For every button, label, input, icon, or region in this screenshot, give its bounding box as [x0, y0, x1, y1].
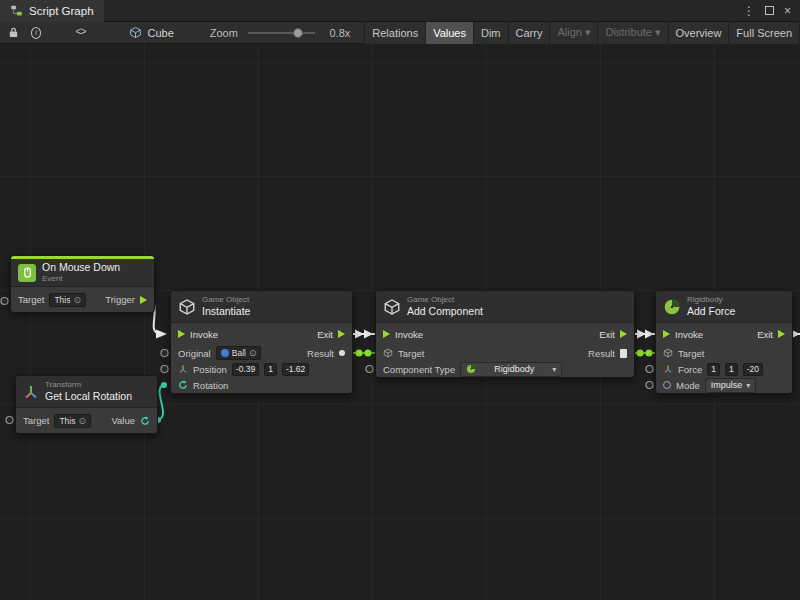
wire-endpoint [646, 350, 653, 357]
result-out-port[interactable] [339, 350, 345, 356]
position-y-field[interactable]: 1 [264, 363, 277, 376]
node-add-component[interactable]: Game Object Add Component Invoke Exit Ta… [375, 290, 635, 378]
wire-value-rotation [158, 385, 164, 420]
position-z-field[interactable]: -1.62 [282, 363, 309, 376]
force-x-field[interactable]: 1 [707, 363, 720, 376]
tab-script-graph[interactable]: Script Graph [0, 0, 104, 22]
object-picker-icon[interactable]: ⊙ [73, 294, 81, 306]
wire-endpoint [637, 350, 644, 357]
close-button[interactable]: × [784, 4, 791, 18]
force-y-field[interactable]: 1 [725, 363, 738, 376]
flow-out-port[interactable] [778, 330, 785, 338]
flow-in-port[interactable] [663, 330, 670, 338]
info-icon[interactable]: i [31, 27, 41, 39]
node-header[interactable]: Transform Get Local Rotation [16, 376, 157, 408]
component-out-port[interactable] [620, 349, 627, 358]
gameobject-icon [178, 298, 196, 316]
maximize-button[interactable] [765, 6, 774, 15]
port-label-result: Result [307, 348, 334, 359]
zoom-slider-handle[interactable] [293, 28, 303, 38]
window-menu-button[interactable]: ⋮ [743, 4, 755, 18]
node-header[interactable]: On Mouse Down Event [11, 259, 154, 287]
graph-toolbar: i <> Cube Zoom 0.8x Relations Values Dim… [0, 22, 800, 44]
object-picker-icon[interactable]: ⊙ [249, 347, 257, 359]
overview-button[interactable]: Overview [669, 22, 730, 44]
port-label-force: Force [678, 364, 702, 375]
vector3-icon [178, 364, 188, 374]
node-get-local-rotation[interactable]: Transform Get Local Rotation Target This… [15, 375, 158, 434]
port-label-invoke: Invoke [675, 329, 703, 340]
enum-icon [663, 381, 671, 389]
component-type-dropdown[interactable]: Rigidbody ▾ [460, 362, 562, 377]
port-label-exit: Exit [317, 329, 333, 340]
zoom-label: Zoom [210, 27, 238, 39]
align-button[interactable]: Align ▾ [550, 22, 598, 44]
wire-arrowhead [156, 330, 167, 339]
rotation-in-port[interactable] [178, 380, 188, 390]
wire-arrowhead [645, 330, 654, 339]
wire-endpoint [365, 350, 372, 357]
node-row: Rotation [171, 377, 352, 393]
object-picker-icon[interactable]: ⊙ [78, 415, 86, 427]
port-label-invoke: Invoke [190, 329, 218, 340]
force-mode-dropdown[interactable]: Impulse ▾ [705, 378, 757, 393]
relations-button[interactable]: Relations [365, 22, 426, 44]
object-field-ball[interactable]: Ball ⊙ [216, 346, 262, 360]
script-graph-icon [10, 4, 23, 17]
flow-in-port[interactable] [178, 330, 185, 338]
carry-button[interactable]: Carry [509, 22, 551, 44]
port-label-exit: Exit [757, 329, 773, 340]
zoom-value: 0.8x [329, 27, 350, 39]
ball-icon [221, 349, 229, 357]
port-label-original: Original [178, 348, 211, 359]
node-instantiate[interactable]: Game Object Instantiate Invoke Exit Orig… [170, 290, 353, 394]
wire-arrowhead [637, 330, 646, 339]
distribute-button[interactable]: Distribute ▾ [598, 22, 668, 44]
machine-selector[interactable]: Cube [129, 26, 173, 39]
node-header[interactable]: Game Object Instantiate [171, 291, 352, 323]
gameobject-icon [383, 298, 401, 316]
zoom-slider[interactable] [248, 27, 316, 39]
fullscreen-button[interactable]: Full Screen [729, 22, 800, 44]
gameobject-mini-icon [383, 348, 393, 358]
node-surtitle: Game Object [202, 295, 250, 305]
port-label-target: Target [678, 348, 704, 359]
port [646, 366, 653, 373]
node-add-force[interactable]: Rigidbody Add Force Invoke Exit Target F… [655, 290, 793, 394]
port [161, 366, 168, 373]
node-on-mouse-down[interactable]: On Mouse Down Event Target This ⊙ Trigge… [10, 255, 155, 313]
code-icon[interactable]: <> [75, 27, 85, 38]
flow-out-port[interactable] [140, 296, 147, 304]
port [161, 350, 168, 357]
flow-out-port[interactable] [620, 330, 627, 338]
rotation-out-port[interactable] [140, 416, 150, 426]
values-button[interactable]: Values [426, 22, 474, 44]
force-z-field[interactable]: -20 [743, 363, 763, 376]
node-row: Target Result [376, 345, 634, 361]
node-subtitle: Event [42, 274, 120, 284]
node-header[interactable]: Game Object Add Component [376, 291, 634, 323]
chevron-down-icon: ▾ [746, 379, 750, 392]
node-header[interactable]: Rigidbody Add Force [656, 291, 792, 323]
port-label-target: Target [23, 415, 49, 426]
dim-button[interactable]: Dim [474, 22, 509, 44]
mouse-event-icon [18, 264, 36, 282]
object-field-this[interactable]: This ⊙ [49, 293, 86, 307]
port-label-component-type: Component Type [383, 364, 455, 375]
position-x-field[interactable]: -0.39 [232, 363, 259, 376]
port [6, 417, 13, 424]
vector3-icon [663, 364, 673, 374]
node-title: On Mouse Down [42, 261, 120, 274]
node-row: Invoke Exit [656, 323, 792, 345]
rigidbody-mini-icon [663, 348, 673, 358]
object-field-this[interactable]: This ⊙ [54, 414, 91, 428]
port-label-value: Value [111, 415, 135, 426]
node-surtitle: Transform [45, 380, 132, 390]
chevron-down-icon: ▾ [552, 363, 556, 376]
window-controls: ⋮ × [743, 4, 800, 18]
flow-out-port[interactable] [338, 330, 345, 338]
graph-canvas[interactable]: On Mouse Down Event Target This ⊙ Trigge… [0, 44, 800, 600]
node-surtitle: Game Object [407, 295, 483, 305]
lock-icon[interactable] [8, 27, 19, 38]
flow-in-port[interactable] [383, 330, 390, 338]
